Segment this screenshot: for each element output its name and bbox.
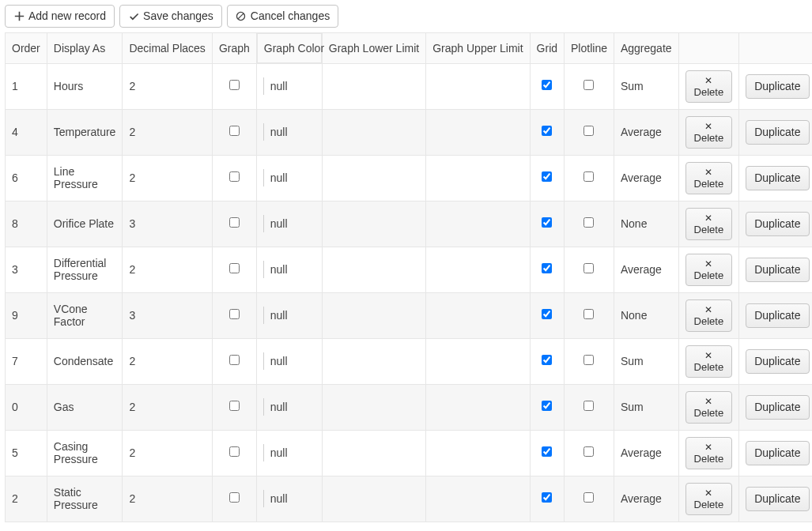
duplicate-button[interactable]: Duplicate [746,212,809,236]
cell-graph-color[interactable]: null [256,476,322,522]
cell-aggregate[interactable]: Sum [614,63,678,109]
cell-graph-upper-limit[interactable] [426,338,530,384]
delete-button[interactable]: ✕Delete [685,345,733,378]
cell-order[interactable]: 5 [6,430,47,476]
header-display-as[interactable]: Display As [47,32,123,63]
delete-button[interactable]: ✕Delete [685,437,733,469]
header-order[interactable]: Order [6,32,47,63]
header-graph[interactable]: Graph [212,32,256,63]
graph-checkbox[interactable] [229,401,240,411]
cell-decimal-places[interactable]: 2 [123,109,212,155]
cell-graph-color[interactable]: null [256,155,322,201]
cell-graph-lower-limit[interactable] [322,476,425,522]
cell-graph-lower-limit[interactable] [322,338,425,384]
cancel-changes-button[interactable]: Cancel changes [227,5,338,28]
cell-order[interactable]: 8 [6,201,47,247]
graph-checkbox[interactable] [229,355,240,365]
cell-aggregate[interactable]: Average [614,476,678,522]
cell-display-as[interactable]: Line Pressure [47,155,123,201]
cell-aggregate[interactable]: Average [614,247,678,292]
plotline-checkbox[interactable] [584,126,594,136]
plotline-checkbox[interactable] [584,217,594,228]
cell-decimal-places[interactable]: 3 [123,292,212,338]
cell-graph-lower-limit[interactable] [322,63,425,109]
cell-order[interactable]: 2 [6,476,47,522]
duplicate-button[interactable]: Duplicate [746,349,809,374]
plotline-checkbox[interactable] [584,492,594,503]
cell-order[interactable]: 1 [6,63,47,109]
delete-button[interactable]: ✕Delete [685,162,733,194]
delete-button[interactable]: ✕Delete [685,116,733,149]
cell-graph-color[interactable]: null [256,430,322,476]
plotline-checkbox[interactable] [584,80,594,90]
cell-display-as[interactable]: Temperature [47,109,123,155]
duplicate-button[interactable]: Duplicate [746,441,809,465]
header-graph-upper-limit[interactable]: Graph Upper Limit [426,32,530,63]
header-graph-lower-limit[interactable]: Graph Lower Limit [322,32,425,63]
graph-checkbox[interactable] [229,80,240,90]
grid-checkbox[interactable] [542,80,552,90]
graph-checkbox[interactable] [229,126,240,136]
cell-display-as[interactable]: VCone Factor [47,292,123,338]
cell-graph-upper-limit[interactable] [426,476,530,522]
cell-decimal-places[interactable]: 2 [123,338,212,384]
cell-display-as[interactable]: Gas [47,384,123,430]
cell-aggregate[interactable]: Average [614,430,678,476]
cell-display-as[interactable]: Static Pressure [47,476,123,522]
table-row[interactable]: 5Casing Pressure2nullAverage✕DeleteDupli… [6,430,813,476]
cell-graph-upper-limit[interactable] [426,384,530,430]
cell-graph-upper-limit[interactable] [426,201,530,247]
duplicate-button[interactable]: Duplicate [746,74,809,99]
graph-checkbox[interactable] [229,263,240,273]
table-row[interactable]: 8Orifice Plate3nullNone✕DeleteDuplicate [6,201,813,247]
duplicate-button[interactable]: Duplicate [746,395,809,420]
cell-decimal-places[interactable]: 3 [123,201,212,247]
cell-graph-upper-limit[interactable] [426,155,530,201]
cell-graph-lower-limit[interactable] [322,201,425,247]
cell-display-as[interactable]: Orifice Plate [47,201,123,247]
duplicate-button[interactable]: Duplicate [746,120,809,145]
plotline-checkbox[interactable] [584,171,594,182]
table-row[interactable]: 2Static Pressure2nullAverage✕DeleteDupli… [6,476,813,522]
graph-checkbox[interactable] [229,171,240,182]
plotline-checkbox[interactable] [584,446,594,457]
cell-graph-lower-limit[interactable] [322,109,425,155]
grid-checkbox[interactable] [542,126,552,136]
grid-checkbox[interactable] [542,355,552,365]
cell-aggregate[interactable]: None [614,292,678,338]
grid-checkbox[interactable] [542,263,552,273]
cell-display-as[interactable]: Differential Pressure [47,247,123,292]
delete-button[interactable]: ✕Delete [685,254,733,286]
graph-checkbox[interactable] [229,446,240,457]
cell-graph-lower-limit[interactable] [322,384,425,430]
cell-order[interactable]: 6 [6,155,47,201]
cell-display-as[interactable]: Condensate [47,338,123,384]
header-plotline[interactable]: Plotline [565,32,614,63]
cell-order[interactable]: 7 [6,338,47,384]
header-decimal-places[interactable]: Decimal Places [123,32,212,63]
plotline-checkbox[interactable] [584,355,594,365]
grid-checkbox[interactable] [542,217,552,228]
cell-graph-color[interactable]: null [256,63,322,109]
cell-aggregate[interactable]: Sum [614,338,678,384]
cell-order[interactable]: 9 [6,292,47,338]
grid-checkbox[interactable] [542,492,552,503]
cell-display-as[interactable]: Casing Pressure [47,430,123,476]
cell-graph-color[interactable]: null [256,292,322,338]
cell-aggregate[interactable]: Average [614,109,678,155]
cell-order[interactable]: 0 [6,384,47,430]
plotline-checkbox[interactable] [584,309,594,319]
grid-checkbox[interactable] [542,309,552,319]
cell-aggregate[interactable]: None [614,201,678,247]
cell-graph-lower-limit[interactable] [322,247,425,292]
table-row[interactable]: 3Differential Pressure2nullAverage✕Delet… [6,247,813,292]
graph-checkbox[interactable] [229,217,240,228]
delete-button[interactable]: ✕Delete [685,483,733,515]
cell-graph-upper-limit[interactable] [426,247,530,292]
duplicate-button[interactable]: Duplicate [746,166,809,190]
cell-graph-upper-limit[interactable] [426,430,530,476]
cell-graph-upper-limit[interactable] [426,292,530,338]
cell-order[interactable]: 4 [6,109,47,155]
cell-display-as[interactable]: Hours [47,63,123,109]
cell-aggregate[interactable]: Sum [614,384,678,430]
